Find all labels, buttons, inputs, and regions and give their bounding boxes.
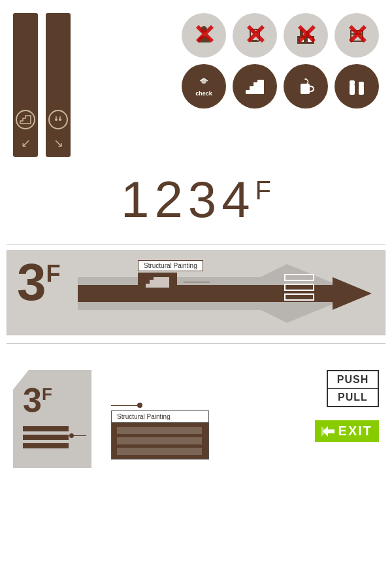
box-3 <box>284 293 314 301</box>
pull-label: PULL <box>328 389 378 406</box>
struct-bar-1 <box>117 427 202 434</box>
signs-column: PUSH PULL EXIT <box>315 370 379 442</box>
exit-label: EXIT <box>338 424 372 439</box>
corner-connector-line <box>70 435 86 436</box>
info-svg <box>52 113 65 126</box>
struct-bar-2 <box>117 437 202 444</box>
divider-2 <box>7 343 385 344</box>
floor-banner: 3F Structural Painting <box>7 250 385 335</box>
sign-connector-line <box>111 405 137 406</box>
red-x-2: ✕ <box>244 22 267 49</box>
prohibited-row: ✕ ✕ ✕ <box>182 13 379 58</box>
corner-piece: 3F <box>13 370 91 468</box>
arrow-right-bar: ↘ <box>54 136 63 150</box>
corner-lines <box>23 426 69 448</box>
svg-rect-23 <box>359 82 364 86</box>
floor-suffix: F <box>255 176 271 205</box>
check-label-text: check <box>195 91 212 97</box>
exit-sign: EXIT <box>315 420 379 442</box>
stairs-icon-bar-left <box>16 110 35 129</box>
brown-bar-left: ↙ <box>13 13 38 157</box>
bottom-section: 3F Structural Painting <box>0 357 392 475</box>
red-x-3: ✕ <box>295 22 318 49</box>
box-2 <box>284 284 314 291</box>
factory-dark-icon <box>335 64 379 109</box>
check-text: check <box>195 76 212 97</box>
divider-1 <box>7 244 385 245</box>
banner-floor-suffix: F <box>46 260 61 287</box>
right-boxes <box>284 274 314 301</box>
corner-line-2 <box>23 435 69 440</box>
floor-number-display: 1234F <box>0 163 392 239</box>
stairs-svg <box>19 113 32 126</box>
corner-line-1 <box>23 426 69 431</box>
sign-connector <box>111 403 209 408</box>
svg-marker-28 <box>321 426 327 437</box>
struct-bar-3 <box>117 448 202 455</box>
struct-sign-bottom: Structural Painting <box>111 403 209 459</box>
info-row: check <box>182 64 379 109</box>
corner-floor-number: 3F <box>23 383 52 417</box>
push-label: PUSH <box>328 371 378 389</box>
water-icon <box>284 64 328 109</box>
banner-floor-number: 3F <box>17 256 61 309</box>
no-box-icon: ✕ <box>335 13 379 58</box>
sign-dot <box>137 403 142 408</box>
arrow-left-bar: ↙ <box>21 136 31 150</box>
exit-arrows-svg <box>321 425 336 438</box>
water-svg <box>294 75 318 98</box>
struct-sign-header-bottom: Structural Painting <box>112 411 208 423</box>
svg-point-0 <box>55 118 57 121</box>
banner-arrow-svg <box>78 251 385 335</box>
struct-sign-body <box>112 423 208 459</box>
no-factory-icon: ✕ <box>284 13 328 58</box>
check-circle-icon: check <box>182 64 226 109</box>
info-icon-bar <box>48 110 68 129</box>
icon-grid: ✕ ✕ ✕ <box>182 13 379 109</box>
struct-sign-container: Structural Painting <box>111 410 209 459</box>
brown-bar-right: ↘ <box>46 13 71 157</box>
no-device-icon: ✕ <box>233 13 277 58</box>
svg-rect-21 <box>350 80 355 85</box>
check-icon-svg <box>197 76 211 90</box>
svg-rect-20 <box>350 84 355 95</box>
box-1 <box>284 274 314 281</box>
brown-bars-group: ↙ ↘ <box>13 13 71 157</box>
stairs-dark-svg <box>242 73 268 99</box>
svg-rect-22 <box>359 86 364 95</box>
banner-arrow-area <box>78 251 385 335</box>
no-person-icon: ✕ <box>182 13 226 58</box>
svg-point-1 <box>59 118 61 121</box>
red-x-4: ✕ <box>346 22 368 49</box>
struct-stairs-small <box>144 275 171 289</box>
svg-rect-19 <box>301 84 310 94</box>
struct-painting-label-banner: Structural Painting <box>138 260 203 271</box>
floor-number: 1234 <box>121 171 255 228</box>
struct-label-area: Structural Painting <box>138 260 203 291</box>
svg-marker-25 <box>333 277 372 310</box>
corner-floor-suffix: F <box>42 384 52 404</box>
connector-line <box>184 282 210 282</box>
stairs-dark-icon <box>233 64 277 109</box>
factory-dark-svg <box>344 74 369 99</box>
push-pull-sign: PUSH PULL <box>327 370 379 407</box>
corner-line-3 <box>23 443 69 448</box>
top-section: ↙ ↘ ✕ <box>0 0 392 163</box>
struct-icon-block <box>138 273 177 291</box>
red-x-1: ✕ <box>193 22 216 49</box>
